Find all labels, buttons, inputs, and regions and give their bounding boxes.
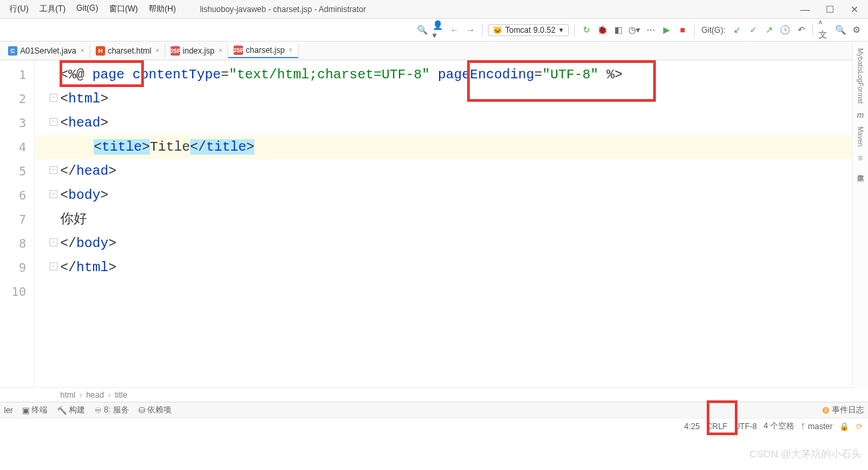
git-commit-icon[interactable]: ✓ <box>747 24 759 36</box>
rail-mybatis[interactable]: MybatisLogFormat <box>857 46 864 106</box>
toolbar: 🔍 👤▾ ← → 🐱 Tomcat 9.0.52 ▼ ↻ 🐞 ◧ ◷▾ ⋯ ▶ … <box>0 19 868 42</box>
close-tab-icon[interactable]: × <box>80 47 84 54</box>
fold-icon[interactable]: − <box>50 166 58 174</box>
maven-icon: m <box>857 110 864 120</box>
close-icon[interactable]: ✕ <box>851 4 859 15</box>
close-tab-icon[interactable]: × <box>155 47 159 54</box>
bottom-tab-terminal[interactable]: ▣终端 <box>22 404 48 416</box>
right-tool-rail: MybatisLogFormat m Maven ≡ 数据库 <box>852 42 868 390</box>
bug-icon[interactable]: 🐞 <box>596 24 608 36</box>
bottom-tab-events[interactable]: 事件日志 <box>832 404 864 416</box>
fold-icon[interactable]: − <box>50 118 58 126</box>
lock-icon[interactable]: 🔒 <box>839 422 849 431</box>
fold-icon[interactable]: − <box>50 238 58 246</box>
zoom-icon[interactable]: 🔍 <box>416 24 428 36</box>
tab-charset-html[interactable]: H charset.html × <box>90 44 165 58</box>
event-count-badge: 2 <box>822 407 829 414</box>
bottom-tab-ler[interactable]: ler <box>4 406 13 415</box>
window-title: lishuoboy-javaweb - charset.jsp - Admini… <box>200 5 800 14</box>
database-icon: ≡ <box>858 153 863 163</box>
git-branch[interactable]: ᚶ master <box>801 422 833 431</box>
menu-run[interactable]: 行(U) <box>5 2 33 16</box>
close-tab-icon[interactable]: × <box>288 46 292 54</box>
java-file-icon: C <box>8 46 17 56</box>
run-config-dropdown[interactable]: 🐱 Tomcat 9.0.52 ▼ <box>488 24 569 36</box>
html-file-icon: H <box>96 46 105 56</box>
search-icon[interactable]: 🔍 <box>835 24 847 36</box>
branch-icon: ᚶ <box>801 422 808 431</box>
maximize-icon[interactable]: ☐ <box>826 4 835 15</box>
main-menu: 行(U) 工具(T) Git(G) 窗口(W) 帮助(H) <box>5 2 180 16</box>
attach-icon[interactable]: ⋯ <box>644 24 657 36</box>
jsp-file-icon: JSP <box>234 46 243 55</box>
bottom-tab-services[interactable]: ♾8: 服务 <box>94 404 128 416</box>
menu-window[interactable]: 窗口(W) <box>105 2 142 16</box>
tab-index-jsp[interactable]: JSP index.jsp × <box>165 44 228 58</box>
breadcrumb-item[interactable]: html <box>60 390 76 400</box>
line-gutter: 1 2 3 4 5 6 7 8 9 10 <box>0 60 35 387</box>
jsp-file-icon: JSP <box>171 46 180 56</box>
stop-icon[interactable]: ■ <box>677 24 689 36</box>
close-tab-icon[interactable]: × <box>218 47 222 54</box>
translate-icon[interactable]: ᴬ文 <box>818 24 831 36</box>
tab-charset-jsp[interactable]: JSP charset.jsp × <box>228 44 298 58</box>
rail-maven[interactable]: Maven <box>857 124 864 149</box>
back-icon[interactable]: ← <box>448 24 460 36</box>
bottom-tab-deps[interactable]: ⛁依赖项 <box>139 404 171 416</box>
menu-help[interactable]: 帮助(H) <box>145 2 180 16</box>
git-label: Git(G): <box>701 25 725 35</box>
person-icon[interactable]: 👤▾ <box>432 24 444 36</box>
status-bar: 4:25 CRLF UTF-8 4 个空格 ᚶ master 🔒 ⟳ <box>0 418 868 434</box>
minimize-icon[interactable]: — <box>800 4 810 15</box>
services-icon: ♾ <box>94 406 102 415</box>
fold-icon[interactable]: − <box>50 262 58 270</box>
update-icon[interactable]: ↻ <box>580 24 592 36</box>
breadcrumb-item[interactable]: head <box>86 390 104 400</box>
profile-icon[interactable]: ◷▾ <box>628 24 640 36</box>
fold-icon[interactable]: − <box>50 190 58 198</box>
watermark: CSDN @大茅坑的小石头 <box>750 448 861 461</box>
caret-position[interactable]: 4:25 <box>684 422 699 431</box>
sync-icon[interactable]: ⟳ <box>856 422 863 431</box>
breadcrumb-item[interactable]: title <box>114 390 127 400</box>
indent-setting[interactable]: 4 个空格 <box>764 420 794 432</box>
git-push-icon[interactable]: ↗ <box>763 24 775 36</box>
tomcat-icon: 🐱 <box>493 25 503 35</box>
terminal-icon: ▣ <box>22 406 29 415</box>
menu-tools[interactable]: 工具(T) <box>35 2 70 16</box>
coverage-icon[interactable]: ◧ <box>612 24 624 36</box>
file-encoding[interactable]: UTF-8 <box>734 422 757 431</box>
line-separator[interactable]: CRLF <box>707 422 727 431</box>
deps-icon: ⛁ <box>139 406 145 415</box>
rail-database[interactable]: 数据库 <box>856 167 865 172</box>
bottom-tab-build[interactable]: 🔨构建 <box>57 404 85 416</box>
bottom-tool-tabs: ler ▣终端 🔨构建 ♾8: 服务 ⛁依赖项 2 事件日志 <box>0 402 868 418</box>
menu-git[interactable]: Git(G) <box>72 2 102 16</box>
editor-tabs: C A01Servlet.java × H charset.html × JSP… <box>0 42 868 60</box>
fold-icon[interactable]: − <box>50 94 58 102</box>
run-icon[interactable]: ▶ <box>661 24 673 36</box>
tab-a01servlet[interactable]: C A01Servlet.java × <box>3 44 90 58</box>
git-history-icon[interactable]: 🕓 <box>779 24 791 36</box>
chevron-down-icon: ▼ <box>558 27 564 33</box>
hammer-icon: 🔨 <box>57 406 67 415</box>
code-editor[interactable]: ✔ <%@ page contentType="text/html;charse… <box>35 60 868 387</box>
gear-icon[interactable]: ⚙ <box>851 24 863 36</box>
git-update-icon[interactable]: ↙ <box>731 24 743 36</box>
breadcrumb: html › head › title <box>0 387 868 402</box>
git-rollback-icon[interactable]: ↶ <box>795 24 807 36</box>
forward-icon[interactable]: → <box>464 24 476 36</box>
